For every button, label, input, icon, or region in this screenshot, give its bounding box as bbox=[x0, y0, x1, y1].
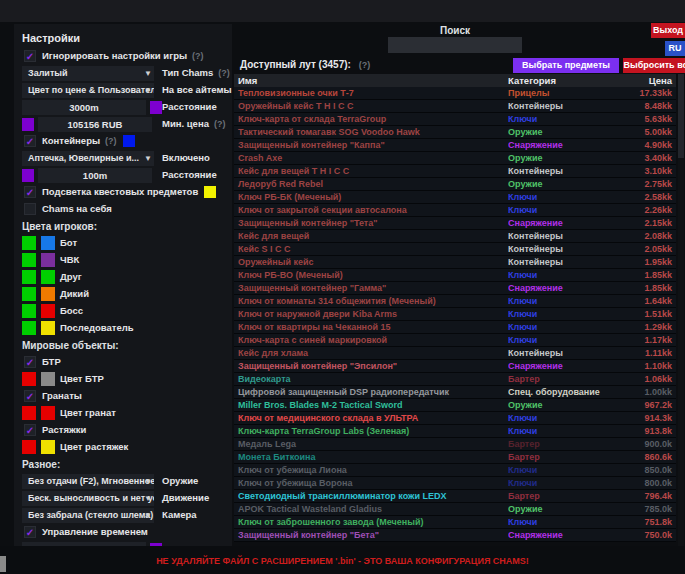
column-header-name[interactable]: Имя bbox=[234, 74, 508, 87]
table-row[interactable]: Оружейный кейс T H I C CКонтейнеры8.48kk bbox=[234, 100, 676, 113]
table-row[interactable]: Crash AxeОружие3.40kk bbox=[234, 152, 676, 165]
color-swatch[interactable] bbox=[123, 135, 135, 147]
table-row[interactable]: Тепловизионные очки Т-7Прицелы17.33kk bbox=[234, 87, 676, 100]
color-swatch[interactable] bbox=[22, 270, 36, 284]
item-price-cell: 860.6k bbox=[620, 451, 676, 463]
color-swatch[interactable] bbox=[41, 253, 55, 267]
dropdown[interactable]: Беск. выносливость и нет уста bbox=[22, 491, 154, 506]
value-input[interactable]: 3000m bbox=[22, 100, 146, 115]
table-row[interactable]: Цифровой защищенный DSP радиопередатчикС… bbox=[234, 386, 676, 399]
table-row[interactable]: Ключ от комнаты 314 общежития (Меченый)К… bbox=[234, 295, 676, 308]
color-swatch[interactable] bbox=[22, 236, 36, 250]
column-header-price[interactable]: Цена bbox=[620, 74, 676, 87]
color-swatch[interactable] bbox=[41, 372, 55, 386]
search-label: Поиск bbox=[388, 25, 522, 36]
color-swatch[interactable] bbox=[41, 321, 55, 335]
table-row[interactable]: Защищенный контейнер "Бета"Снаряжение750… bbox=[234, 529, 676, 542]
color-row-label: Бот bbox=[60, 237, 77, 248]
table-row[interactable]: Ключ от квартиры на Чеканной 15Ключи1.29… bbox=[234, 321, 676, 334]
table-row[interactable]: Монета БиткоинаБартер860.6k bbox=[234, 451, 676, 464]
dropdown[interactable]: Аптечка, Ювелирные и... bbox=[22, 151, 154, 166]
color-swatch[interactable] bbox=[41, 406, 55, 420]
table-row[interactable]: Защищенный контейнер "Каппа"Снаряжение4.… bbox=[234, 139, 676, 152]
color-swatch[interactable] bbox=[22, 321, 36, 335]
color-swatch[interactable] bbox=[150, 101, 162, 114]
table-row[interactable]: Тактический томагавк SOG Voodoo HawkОруж… bbox=[234, 126, 676, 139]
checkbox[interactable]: ✓ bbox=[24, 424, 36, 436]
table-row[interactable]: Ключ от убежища ЛионаКлючи850.0k bbox=[234, 464, 676, 477]
table-row[interactable]: Ключ от убежища ВоронаКлючи800.0k bbox=[234, 477, 676, 490]
color-swatch[interactable] bbox=[41, 440, 55, 454]
color-swatch[interactable] bbox=[41, 270, 55, 284]
settings-row: Цвет гранат bbox=[14, 405, 232, 422]
table-row[interactable]: APOK Tactical Wasteland GladiusОружие785… bbox=[234, 503, 676, 516]
table-row[interactable]: Ключ РБ-БК (Меченый)Ключи2.58kk bbox=[234, 191, 676, 204]
help-icon[interactable]: (?) bbox=[192, 51, 204, 61]
color-swatch[interactable] bbox=[204, 186, 216, 198]
table-row[interactable]: Светодиодный трансиллюминатор кожи LEDXБ… bbox=[234, 490, 676, 503]
table-row[interactable]: Медаль LegaБартер900.0k bbox=[234, 438, 676, 451]
help-icon[interactable]: (?) bbox=[218, 68, 230, 78]
color-swatch[interactable] bbox=[22, 406, 36, 420]
side-drag-tab[interactable] bbox=[0, 556, 6, 572]
color-swatch[interactable] bbox=[41, 304, 55, 318]
table-row[interactable]: Ключ-карта TerraGroup Labs (Зеленая)Ключ… bbox=[234, 425, 676, 438]
settings-row: Друг bbox=[14, 269, 232, 286]
drop-all-button[interactable]: Выбросить все bbox=[623, 58, 685, 73]
checkbox[interactable]: ✓ bbox=[24, 390, 36, 402]
search-input[interactable] bbox=[388, 37, 522, 53]
dropdown-label: На все айтемы bbox=[162, 84, 232, 95]
table-row[interactable]: Оружейный кейсКонтейнеры1.95kk bbox=[234, 256, 676, 269]
table-row[interactable]: Ключ-карта от склада TerraGroupКлючи5.63… bbox=[234, 113, 676, 126]
color-swatch[interactable] bbox=[22, 253, 36, 267]
help-icon[interactable]: (?) bbox=[105, 136, 117, 146]
dropdown[interactable]: Без забрала (стекло шлема) bbox=[22, 508, 154, 523]
table-row[interactable]: Ледоруб Red RebelОружие2.75kk bbox=[234, 178, 676, 191]
table-scrollbar-track[interactable] bbox=[678, 74, 684, 546]
checkbox[interactable]: ✓ bbox=[24, 186, 36, 198]
table-scrollbar-thumb[interactable] bbox=[678, 74, 684, 158]
color-swatch[interactable] bbox=[22, 169, 34, 182]
checkbox[interactable]: ✓ bbox=[24, 356, 36, 368]
table-row[interactable]: Ключ РБ-ВО (Меченый)Ключи1.85kk bbox=[234, 269, 676, 282]
table-row[interactable]: Защищенный контейнер "Тета"Снаряжение2.1… bbox=[234, 217, 676, 230]
color-swatch[interactable] bbox=[22, 287, 36, 301]
select-kappa-items-button[interactable]: Выбрать предметы каппа bbox=[513, 58, 619, 73]
table-row[interactable]: Кейс S I C CКонтейнеры2.05kk bbox=[234, 243, 676, 256]
dropdown-label: Движение bbox=[162, 492, 209, 503]
checkbox[interactable]: ✓ bbox=[24, 135, 36, 147]
checkbox[interactable] bbox=[24, 203, 36, 215]
table-row[interactable]: Miller Bros. Blades M-2 Tactical SwordОр… bbox=[234, 399, 676, 412]
language-button[interactable]: RU bbox=[665, 41, 685, 56]
dropdown[interactable]: Цвет по цене & Пользователь bbox=[22, 83, 154, 98]
table-row[interactable]: Ключ от медицинского склада в УЛЬТРАКлюч… bbox=[234, 412, 676, 425]
table-row[interactable]: Кейс для вещейКонтейнеры2.08kk bbox=[234, 230, 676, 243]
help-icon[interactable]: (?) bbox=[214, 119, 226, 129]
item-price-cell: 751.8k bbox=[620, 516, 676, 528]
table-row[interactable]: Ключ от закрытой секции автосалонаКлючи2… bbox=[234, 204, 676, 217]
table-row[interactable]: Ключ-карта с синей маркировкойКлючи1.17k… bbox=[234, 334, 676, 347]
checkbox[interactable]: ✓ bbox=[24, 50, 36, 62]
column-header-category[interactable]: Категория bbox=[508, 74, 620, 87]
table-row[interactable]: Кейс для хламаКонтейнеры1.11kk bbox=[234, 347, 676, 360]
table-row[interactable]: Ключ от наружной двери Kiba ArmsКлючи1.5… bbox=[234, 308, 676, 321]
color-swatch[interactable] bbox=[22, 118, 34, 131]
table-row[interactable]: ВидеокартаБартер1.06kk bbox=[234, 373, 676, 386]
table-row[interactable]: Защищенный контейнер "Эпсилон"Снаряжение… bbox=[234, 360, 676, 373]
color-swatch[interactable] bbox=[41, 236, 55, 250]
table-row[interactable]: Ключ от заброшенного завода (Меченый)Клю… bbox=[234, 516, 676, 529]
value-input[interactable]: 105156 RUB bbox=[38, 117, 152, 132]
color-swatch[interactable] bbox=[41, 287, 55, 301]
color-swatch[interactable] bbox=[22, 440, 36, 454]
checkbox[interactable]: ✓ bbox=[24, 526, 36, 538]
dropdown[interactable]: Без отдачи (F2), Мгновенное п bbox=[22, 474, 154, 489]
item-price-cell: 800.0k bbox=[620, 477, 676, 489]
exit-button[interactable]: Выход bbox=[651, 23, 685, 38]
table-row[interactable]: Кейс для вещей T H I C CКонтейнеры3.10kk bbox=[234, 165, 676, 178]
color-swatch[interactable] bbox=[22, 304, 36, 318]
table-row[interactable]: Защищенный контейнер "Гамма"Снаряжение1.… bbox=[234, 282, 676, 295]
color-swatch[interactable] bbox=[22, 372, 36, 386]
value-input[interactable]: 100m bbox=[38, 168, 152, 183]
dropdown[interactable]: Залитый bbox=[22, 66, 154, 81]
loot-count-text: Доступный лут (3457): bbox=[240, 59, 351, 70]
